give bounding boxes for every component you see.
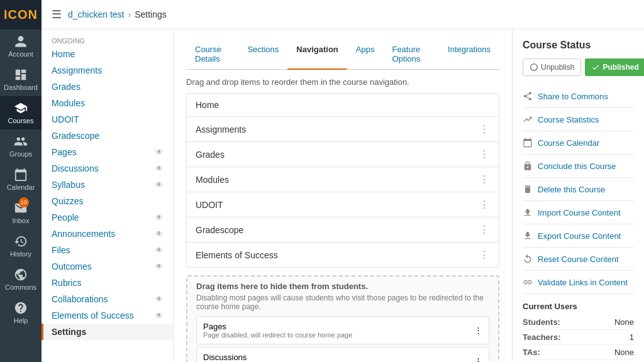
sidebar-item-dashboard[interactable]: Dashboard xyxy=(0,63,42,96)
gradescope-menu-dots[interactable]: ⋮ xyxy=(479,224,490,236)
tab-integrations[interactable]: Integrations xyxy=(439,40,499,70)
sidebar-item-inbox[interactable]: 10 Inbox xyxy=(0,196,42,229)
app-logo: ICON xyxy=(0,0,42,30)
course-nav-modules[interactable]: Modules xyxy=(42,95,173,111)
sidebar-item-account[interactable]: Account xyxy=(0,30,42,63)
conclude-course-action[interactable]: Conclude this Course xyxy=(523,155,634,178)
sidebar-item-commons[interactable]: Commons xyxy=(0,263,42,296)
discussions-eye-icon: 👁 xyxy=(155,164,163,173)
breadcrumb: d_chicken test › Settings xyxy=(68,9,167,19)
course-sidebar: Ongoing Home Assignments Grades Modules … xyxy=(42,30,174,362)
delete-course-action[interactable]: Delete this Course xyxy=(523,178,634,201)
course-nav-rubrics[interactable]: Rubrics xyxy=(42,275,173,291)
course-calendar-action[interactable]: Course Calendar xyxy=(523,131,634,155)
hidden-item-discussions[interactable]: Discussions This page can't be disabled,… xyxy=(196,347,489,362)
pages-hidden-dots[interactable]: ⋮ xyxy=(474,326,482,335)
right-panel: Course Status Unpublish Published Share … xyxy=(512,30,644,362)
drop-zone-desc: Disabling most pages will cause students… xyxy=(196,293,489,311)
students-row: Students: None xyxy=(523,315,634,330)
nav-item-gradescope[interactable]: Gradescope ⋮ xyxy=(187,217,499,243)
current-users-title: Current Users xyxy=(523,302,634,311)
inbox-badge: 10 xyxy=(19,197,29,207)
course-nav-collaborations[interactable]: Collaborations 👁 xyxy=(42,291,173,307)
course-nav-elements[interactable]: Elements of Success 👁 xyxy=(42,307,173,324)
elements-menu-dots[interactable]: ⋮ xyxy=(479,249,490,261)
drop-zone: Drag items here to hide them from studen… xyxy=(186,275,499,362)
nav-item-grades[interactable]: Grades ⋮ xyxy=(187,142,499,167)
drag-instruction: Drag and drop items to reorder them in t… xyxy=(186,77,499,87)
syllabus-eye-icon: 👁 xyxy=(155,180,163,189)
page-content: Course Details Sections Navigation Apps … xyxy=(174,30,512,362)
course-nav-discussions[interactable]: Discussions 👁 xyxy=(42,160,173,177)
content-split: Ongoing Home Assignments Grades Modules … xyxy=(42,30,644,362)
pages-eye-icon: 👁 xyxy=(155,148,163,156)
tab-apps[interactable]: Apps xyxy=(347,40,384,70)
validate-links-action[interactable]: Validate Links in Content xyxy=(523,271,634,294)
teachers-row: Teachers: 1 xyxy=(523,330,634,345)
course-nav-people[interactable]: People 👁 xyxy=(42,209,173,226)
status-buttons: Unpublish Published xyxy=(523,58,634,76)
assignments-menu-dots[interactable]: ⋮ xyxy=(479,123,490,135)
announcements-eye-icon: 👁 xyxy=(155,229,163,238)
course-status-title: Course Status xyxy=(523,40,634,51)
sidebar-item-history[interactable]: History xyxy=(0,229,42,263)
course-nav-udoit[interactable]: UDOIT xyxy=(42,111,173,128)
tab-feature-options[interactable]: Feature Options xyxy=(383,40,439,70)
course-nav-files[interactable]: Files 👁 xyxy=(42,242,173,258)
course-nav-assignments[interactable]: Assignments xyxy=(42,62,173,79)
tabs-bar: Course Details Sections Navigation Apps … xyxy=(186,40,499,70)
unpublish-button[interactable]: Unpublish xyxy=(523,58,581,76)
visible-nav-items: Home Assignments ⋮ Grades ⋮ Modules ⋮ UD… xyxy=(186,93,499,268)
main-container: ☰ d_chicken test › Settings Ongoing Home… xyxy=(42,0,644,362)
import-content-action[interactable]: Import Course Content xyxy=(523,201,634,224)
outcomes-eye-icon: 👁 xyxy=(155,262,163,271)
sidebar-item-calendar[interactable]: Calendar xyxy=(0,163,42,196)
tab-sections[interactable]: Sections xyxy=(238,40,287,70)
grades-menu-dots[interactable]: ⋮ xyxy=(479,148,490,160)
sidebar-item-help[interactable]: Help xyxy=(0,296,42,329)
course-nav-settings[interactable]: Settings xyxy=(42,324,173,340)
course-nav-home[interactable]: Home xyxy=(42,46,173,62)
course-nav-quizzes[interactable]: Quizzes xyxy=(42,193,173,209)
share-commons-action[interactable]: Share to Commons xyxy=(523,85,634,108)
discussions-hidden-dots[interactable]: ⋮ xyxy=(474,356,482,362)
global-sidebar: ICON Account Dashboard Courses Groups Ca… xyxy=(0,0,42,362)
course-nav-announcements[interactable]: Announcements 👁 xyxy=(42,226,173,242)
tas-row: TAs: None xyxy=(523,345,634,360)
tab-course-details[interactable]: Course Details xyxy=(186,40,238,70)
reset-content-action[interactable]: Reset Course Content xyxy=(523,248,634,271)
sidebar-item-courses[interactable]: Courses xyxy=(0,96,42,129)
udoit-menu-dots[interactable]: ⋮ xyxy=(479,199,490,211)
nav-item-modules[interactable]: Modules ⋮ xyxy=(187,167,499,192)
people-eye-icon: 👁 xyxy=(155,213,163,222)
course-nav-outcomes[interactable]: Outcomes 👁 xyxy=(42,258,173,275)
modules-menu-dots[interactable]: ⋮ xyxy=(479,173,490,185)
topbar: ☰ d_chicken test › Settings xyxy=(42,0,644,30)
collaborations-eye-icon: 👁 xyxy=(155,295,163,304)
nav-item-elements[interactable]: Elements of Success ⋮ xyxy=(187,243,499,267)
course-nav-pages[interactable]: Pages 👁 xyxy=(42,144,173,160)
course-nav-gradescope[interactable]: Gradescope xyxy=(42,128,173,144)
breadcrumb-course[interactable]: d_chicken test xyxy=(68,9,125,19)
course-nav-grades[interactable]: Grades xyxy=(42,79,173,95)
course-stats-action[interactable]: Course Statistics xyxy=(523,108,634,131)
drop-zone-title: Drag items here to hide them from studen… xyxy=(196,282,489,291)
tab-navigation[interactable]: Navigation xyxy=(287,40,347,70)
ongoing-label: Ongoing xyxy=(42,35,173,46)
hidden-item-pages[interactable]: Pages Page disabled, will redirect to co… xyxy=(196,316,489,344)
elements-eye-icon: 👁 xyxy=(155,311,163,320)
nav-item-assignments[interactable]: Assignments ⋮ xyxy=(187,117,499,142)
published-button[interactable]: Published xyxy=(585,58,644,76)
nav-item-udoit[interactable]: UDOIT ⋮ xyxy=(187,192,499,217)
hamburger-menu[interactable]: ☰ xyxy=(52,8,62,21)
sidebar-item-groups[interactable]: Groups xyxy=(0,129,42,163)
nav-item-home[interactable]: Home xyxy=(187,94,499,117)
course-nav-syllabus[interactable]: Syllabus 👁 xyxy=(42,177,173,193)
files-eye-icon: 👁 xyxy=(155,246,163,255)
export-content-action[interactable]: Export Course Content xyxy=(523,224,634,248)
